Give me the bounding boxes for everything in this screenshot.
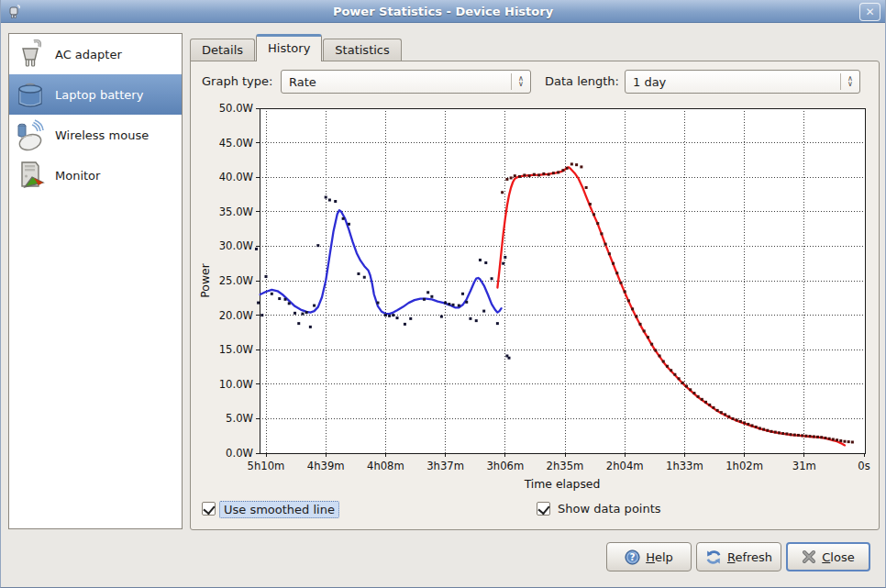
svg-text:50.0W: 50.0W <box>219 102 254 115</box>
graph-type-dropdown[interactable]: Rate ∧∨ <box>281 70 531 94</box>
device-list: AC adapter Laptop battery Wireless mouse <box>8 33 183 529</box>
svg-text:5.0W: 5.0W <box>226 412 253 425</box>
power-statistics-window: Power Statistics - Device History ✕ AC a… <box>0 0 886 588</box>
monitor-icon <box>14 159 47 192</box>
svg-text:40.0W: 40.0W <box>219 171 254 183</box>
graph-type-label: Graph type: <box>202 74 272 88</box>
svg-text:4h08m: 4h08m <box>367 460 404 472</box>
sidebar-item-label: Laptop battery <box>55 88 143 102</box>
refresh-button[interactable]: Refresh <box>696 542 781 571</box>
data-length-label: Data length: <box>545 74 619 88</box>
sidebar-item-label: Monitor <box>55 169 100 183</box>
sidebar-item-ac-adapter[interactable]: AC adapter <box>9 34 182 74</box>
sidebar-item-label: Wireless mouse <box>55 128 149 142</box>
svg-text:5h10m: 5h10m <box>248 460 285 472</box>
svg-text:3h37m: 3h37m <box>426 460 464 472</box>
sidebar-item-wireless-mouse[interactable]: Wireless mouse <box>9 115 182 155</box>
chart-options-row: Use smoothed line Show data points <box>191 500 879 520</box>
tab-strip: Details History Statistics <box>190 37 403 61</box>
use-smoothed-line-checkbox[interactable] <box>202 502 216 516</box>
svg-text:35.0W: 35.0W <box>219 205 254 218</box>
sidebar-item-monitor[interactable]: Monitor <box>9 155 182 195</box>
svg-text:31m: 31m <box>792 460 816 472</box>
graph-controls-row: Graph type: Rate ∧∨ Data length: 1 day ∧… <box>191 70 879 94</box>
history-tab-panel: Graph type: Rate ∧∨ Data length: 1 day ∧… <box>190 61 880 530</box>
tab-history[interactable]: History <box>256 34 322 61</box>
close-icon: ✕ <box>865 6 874 17</box>
sidebar-item-laptop-battery[interactable]: Laptop battery <box>9 74 182 115</box>
checkmark-icon <box>203 503 215 516</box>
ac-adapter-icon <box>14 38 47 71</box>
svg-text:25.0W: 25.0W <box>219 274 254 287</box>
close-x-icon <box>802 549 816 564</box>
svg-text:30.0W: 30.0W <box>219 239 254 252</box>
laptop-battery-icon <box>14 78 47 111</box>
svg-text:?: ? <box>630 551 636 562</box>
wireless-mouse-icon <box>14 118 47 151</box>
help-button[interactable]: ? Help <box>606 542 692 571</box>
history-notebook: Details History Statistics Graph type: R… <box>190 37 880 530</box>
sidebar-item-label: AC adapter <box>55 48 122 61</box>
svg-text:15.0W: 15.0W <box>219 343 254 356</box>
window-plug-icon <box>6 3 23 19</box>
svg-text:1h02m: 1h02m <box>725 460 763 472</box>
svg-text:0.0W: 0.0W <box>226 447 253 460</box>
svg-text:2h35m: 2h35m <box>547 460 584 472</box>
svg-text:2h04m: 2h04m <box>606 460 644 472</box>
close-button[interactable]: Close <box>786 542 870 571</box>
svg-text:10.0W: 10.0W <box>219 378 254 391</box>
svg-text:Time elapsed: Time elapsed <box>524 477 601 491</box>
help-icon: ? <box>625 549 640 565</box>
dropdown-spinner-icon: ∧∨ <box>512 76 530 87</box>
svg-text:0s: 0s <box>858 460 869 472</box>
checkmark-icon <box>537 503 549 516</box>
dropdown-spinner-icon: ∧∨ <box>841 76 859 87</box>
svg-text:4h39m: 4h39m <box>307 460 345 472</box>
data-length-value: 1 day <box>626 75 840 89</box>
show-data-points-checkbox[interactable] <box>537 502 550 516</box>
tab-statistics[interactable]: Statistics <box>323 39 401 61</box>
graph-type-value: Rate <box>282 75 511 89</box>
svg-text:20.0W: 20.0W <box>219 309 254 322</box>
window-close-button[interactable]: ✕ <box>859 3 880 21</box>
window-title: Power Statistics - Device History <box>333 5 553 18</box>
data-length-dropdown[interactable]: 1 day ∧∨ <box>625 70 860 94</box>
refresh-icon <box>705 549 722 565</box>
tab-details[interactable]: Details <box>190 39 255 61</box>
use-smoothed-line-label[interactable]: Use smoothed line <box>219 501 339 518</box>
show-data-points-label[interactable]: Show data points <box>554 501 665 516</box>
svg-text:3h06m: 3h06m <box>486 460 524 472</box>
title-bar[interactable]: Power Statistics - Device History ✕ <box>1 0 885 23</box>
svg-text:45.0W: 45.0W <box>219 137 254 150</box>
power-history-chart: 0.0W5.0W10.0W15.0W20.0W25.0W30.0W35.0W40… <box>196 99 879 495</box>
svg-text:1h33m: 1h33m <box>666 460 703 472</box>
svg-text:Power: Power <box>198 262 212 297</box>
